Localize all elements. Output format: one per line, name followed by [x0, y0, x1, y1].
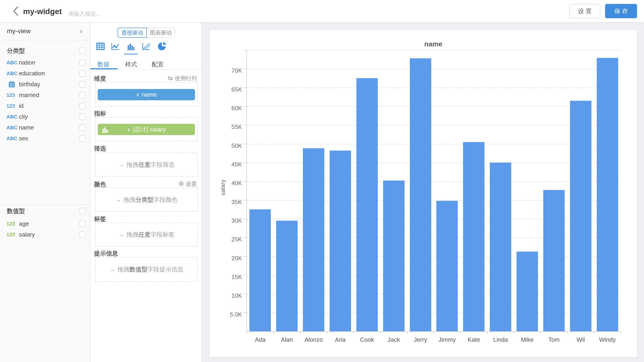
x-tick-label-kate: Kate: [460, 336, 487, 343]
sidebar-field-sex[interactable]: ABCsex: [0, 133, 90, 144]
chart-driven-button[interactable]: 图表驱动: [147, 28, 175, 38]
field-type-badge: ABC: [6, 136, 18, 142]
save-button[interactable]: 保 存: [605, 4, 637, 18]
dimension-pill-name[interactable]: ∨ name: [98, 89, 195, 100]
field-type-badge: ABC: [6, 125, 18, 131]
y-tick-label: 55K: [221, 123, 242, 130]
sidebar-field-id[interactable]: 123id: [0, 100, 90, 111]
field-checkbox[interactable]: [79, 232, 86, 238]
sidebar-field-name[interactable]: ABCname: [0, 122, 90, 133]
field-checkbox[interactable]: [79, 221, 86, 227]
x-axis-tick: [247, 331, 247, 334]
field-type-badge: ABC: [6, 60, 18, 66]
y-axis-tick: [244, 218, 246, 219]
sidebar-field-nation[interactable]: ABCnation: [0, 57, 90, 68]
color-dropzone[interactable]: →拖拽分类型字段颜色: [95, 188, 198, 212]
widget-title: my-widget: [23, 7, 62, 16]
sidebar-field-salary[interactable]: 123salary: [0, 229, 90, 240]
tab-style[interactable]: 样式: [125, 60, 137, 68]
x-tick-label-jack: Jack: [380, 336, 407, 343]
label-section-label: 标签: [94, 215, 106, 223]
x-axis-tick: [567, 331, 568, 334]
x-tick-label-jimmy: Jimmy: [434, 336, 460, 343]
field-checkbox[interactable]: [79, 124, 86, 131]
chevron-down-icon: ∨: [127, 127, 130, 132]
sidebar-field-city[interactable]: ABCcity: [0, 111, 90, 122]
tab-data[interactable]: 数据: [98, 60, 110, 68]
metric-pill-salary[interactable]: ∨ [总计] salary: [98, 124, 195, 135]
sidebar-field-education[interactable]: ABCeducation: [0, 68, 90, 79]
tooltip-dropzone[interactable]: →拖拽数值型字段提示信息: [95, 257, 198, 282]
active-chart-type-indicator: [124, 54, 138, 55]
bar-kate[interactable]: [463, 142, 484, 331]
field-name: salary: [19, 231, 35, 238]
bar-aria[interactable]: [330, 150, 351, 331]
bar-ada[interactable]: [250, 209, 271, 331]
x-tick-label-cook: Cook: [354, 336, 380, 343]
bar-chart-icon[interactable]: [126, 42, 135, 51]
y-tick-label: 65K: [221, 86, 242, 93]
label-dropzone[interactable]: →拖拽任意字段标签: [95, 222, 198, 247]
y-tick-label: 60K: [221, 105, 242, 112]
pivot-driven-button[interactable]: 透视驱动: [118, 28, 147, 38]
x-tick-label-aria: Aria: [327, 336, 354, 343]
bar-mike[interactable]: [516, 252, 538, 331]
bar-jack[interactable]: [383, 180, 404, 331]
categorical-section-header: 分类型: [0, 47, 90, 54]
y-axis-tick: [244, 106, 246, 106]
use-rows-cols-link[interactable]: ⇆使用行列: [168, 75, 197, 82]
scatter-chart-icon[interactable]: [142, 42, 150, 51]
x-axis-tick: [594, 331, 594, 334]
x-axis-tick: [327, 331, 327, 334]
pie-chart-icon[interactable]: [158, 42, 166, 51]
chart-preview-card: name salary 5.0K10K15K20K25K30K35K40K45K…: [210, 30, 637, 357]
bar-jerry[interactable]: [410, 58, 431, 331]
bar-tom[interactable]: [543, 190, 565, 331]
chevron-down-icon: ∨: [136, 92, 140, 98]
metric-dropzone[interactable]: ∨ [总计] salary: [95, 117, 198, 141]
field-checkbox[interactable]: [79, 81, 86, 88]
field-checkbox[interactable]: [79, 60, 86, 66]
field-checkbox[interactable]: [79, 92, 86, 98]
y-tick-label: 5.0K: [221, 311, 242, 318]
field-checkbox[interactable]: [79, 135, 86, 142]
sidebar-field-married[interactable]: 123married: [0, 90, 90, 100]
table-chart-icon[interactable]: [96, 42, 105, 51]
bar-linda[interactable]: [490, 162, 511, 331]
tooltip-section-label: 提示信息: [94, 250, 118, 258]
numeric-select-all-checkbox[interactable]: [79, 208, 86, 214]
x-axis-tick: [514, 331, 514, 334]
y-axis-tick: [244, 200, 246, 200]
sidebar-field-birthday[interactable]: birthday: [0, 79, 90, 90]
tab-config[interactable]: 配置: [152, 60, 164, 68]
dimension-dropzone[interactable]: ∨ name: [95, 82, 198, 107]
x-tick-label-windy: Windy: [594, 336, 621, 343]
view-name: my-view: [7, 28, 31, 35]
view-selector[interactable]: my-view ∨: [0, 22, 90, 40]
field-type-badge: ABC: [6, 114, 18, 120]
gridline-60k: [247, 106, 621, 107]
color-settings-link[interactable]: ⚙设置: [179, 180, 197, 188]
bar-chart-icon: [102, 126, 109, 133]
bar-cook[interactable]: [356, 78, 378, 331]
gridline-55k: [247, 125, 621, 126]
description-input[interactable]: 请输入描述...: [68, 10, 100, 18]
categorical-select-all-checkbox[interactable]: [79, 48, 86, 54]
line-chart-icon[interactable]: [111, 42, 120, 51]
y-tick-label: 35K: [221, 198, 242, 206]
bar-jimmy[interactable]: [436, 201, 458, 331]
bar-windy[interactable]: [597, 58, 618, 331]
y-tick-label: 40K: [221, 180, 242, 186]
field-type-badge: 123: [6, 92, 18, 98]
field-checkbox[interactable]: [79, 114, 86, 120]
field-checkbox[interactable]: [79, 103, 86, 109]
field-checkbox[interactable]: [79, 70, 86, 77]
bar-alan[interactable]: [276, 221, 298, 331]
x-axis-tick: [407, 331, 407, 334]
sidebar-field-age[interactable]: 123age: [0, 218, 90, 229]
bar-wil[interactable]: [570, 101, 592, 331]
settings-button[interactable]: 设 置: [569, 4, 600, 18]
bar-alonzo[interactable]: [303, 148, 324, 331]
filter-dropzone[interactable]: →拖拽任意字段筛选: [95, 153, 198, 177]
back-icon[interactable]: [12, 6, 20, 16]
